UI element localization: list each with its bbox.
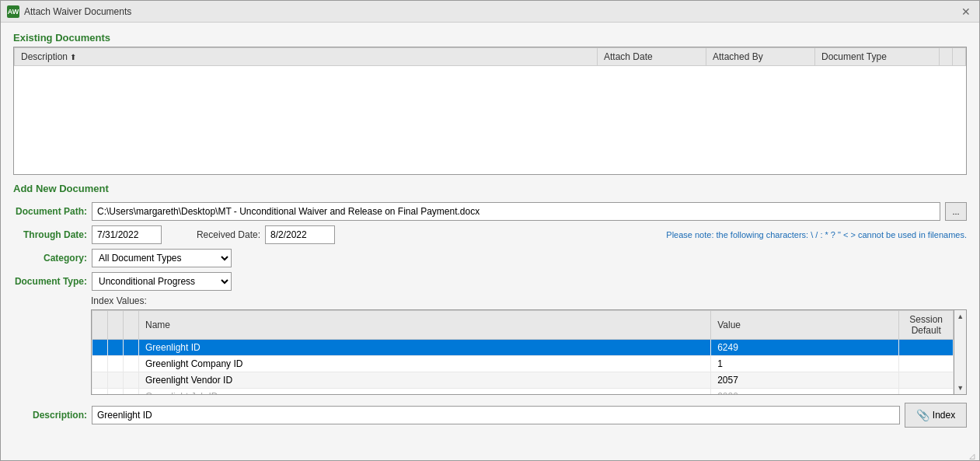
title-bar-left: AW Attach Waiver Documents [7,5,131,18]
resize-corner[interactable]: ⊿ [968,451,976,459]
sort-icon: ⬆ [70,53,76,61]
scroll-up[interactable]: ▲ [954,310,966,323]
content-area: Existing Documents Description ⬆ Attach … [1,23,979,460]
document-type-select[interactable]: Unconditional Progress Conditional Progr… [92,272,232,291]
index-scrollbar[interactable]: ▲ ▼ [954,309,967,395]
col-value-header: Value [711,311,899,340]
add-new-section: Add New Document Document Path: ... Thro… [13,183,967,428]
row-icon1 [108,356,124,372]
index-button[interactable]: 📎 Index [905,403,967,428]
col-icon2-header [124,311,139,340]
category-label: Category: [13,253,87,264]
row-icon1 [108,389,124,396]
index-table-container[interactable]: Name Value Session Default [91,309,954,395]
row-value: 2057 [711,372,899,389]
document-path-input[interactable] [92,202,940,221]
row-num [92,372,108,389]
paperclip-icon: 📎 [916,409,929,421]
description-label: Description: [13,410,87,421]
col-session-header: Session Default [899,311,954,340]
description-row: Description: 📎 Index [13,403,967,428]
filename-note: Please note: the following characters: \… [666,230,967,239]
close-button[interactable]: ✕ [959,5,973,19]
row-icon2 [124,340,139,356]
document-path-row: Document Path: ... [13,202,967,221]
table-row[interactable]: Greenlight Vendor ID 2057 [92,372,954,389]
row-icon2 [124,372,139,389]
row-name: Greenlight Company ID [139,356,711,372]
col-resize-1 [940,48,953,66]
scroll-down[interactable]: ▼ [954,382,966,394]
window-icon: AW [7,5,19,18]
index-table: Name Value Session Default [92,310,954,395]
col-resize-2 [953,48,966,66]
row-value: 1 [711,356,899,372]
row-num [92,389,108,396]
existing-docs-section: Existing Documents Description ⬆ Attach … [13,32,967,175]
row-value: 2020 [711,389,899,396]
main-window: AW Attach Waiver Documents ✕ Existing Do… [0,0,980,461]
window-title: Attach Waiver Documents [24,6,131,17]
description-input[interactable] [92,406,900,424]
col-header-document-type: Document Type [815,48,940,66]
existing-docs-table: Description ⬆ Attach Date Attached By Do… [14,47,966,66]
category-select[interactable]: All Document Types Contracts Invoices Wa… [92,249,232,267]
through-date-label: Through Date: [13,229,87,240]
category-row: Category: All Document Types Contracts I… [13,249,967,267]
existing-docs-title: Existing Documents [13,32,967,44]
row-icon1 [108,340,124,356]
row-icon2 [124,389,139,396]
col-header-attach-date: Attach Date [598,48,706,66]
row-name: Greenlight Vendor ID [139,372,711,389]
table-row[interactable]: Greenlight Company ID 1 [92,356,954,372]
received-date-input[interactable] [265,225,335,244]
scroll-track [954,323,966,382]
date-row: Through Date: Received Date: Please note… [13,225,967,244]
index-table-wrapper: Name Value Session Default [91,309,967,395]
row-num [92,356,108,372]
index-values-section: Index Values: Name [91,295,967,395]
row-session [899,389,954,396]
row-value: 6249 [711,340,899,356]
index-values-label: Index Values: [91,295,967,306]
col-icon1-header [108,311,124,340]
col-header-attached-by: Attached By [706,48,815,66]
row-session [899,340,954,356]
row-session [899,372,954,389]
col-header-description: Description ⬆ [15,48,598,66]
browse-button[interactable]: ... [945,202,967,221]
title-bar: AW Attach Waiver Documents ✕ [1,1,979,23]
document-type-label: Document Type: [13,276,87,287]
through-date-input[interactable] [92,225,162,244]
document-type-row: Document Type: Unconditional Progress Co… [13,272,967,291]
row-icon2 [124,356,139,372]
row-name: Greenlight Job ID [139,389,711,396]
add-new-title: Add New Document [13,183,967,194]
row-num [92,340,108,356]
table-row[interactable]: Greenlight ID 6249 [92,340,954,356]
document-path-label: Document Path: [13,206,87,217]
existing-docs-table-container[interactable]: Description ⬆ Attach Date Attached By Do… [13,47,967,175]
col-name-header: Name [139,311,711,340]
row-icon1 [108,372,124,389]
row-session [899,356,954,372]
received-date-label: Received Date: [187,229,260,240]
col-num-header [92,311,108,340]
table-row[interactable]: Greenlight Job ID 2020 [92,389,954,396]
row-name: Greenlight ID [139,340,711,356]
